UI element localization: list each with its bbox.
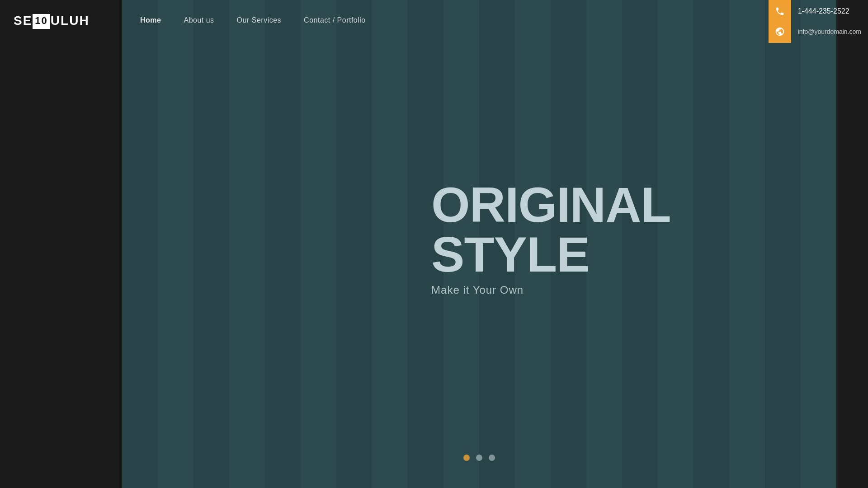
globe-icon xyxy=(775,27,785,37)
hero-subtitle: Make it Your Own xyxy=(431,284,671,296)
stripe-2 xyxy=(158,0,193,488)
logo-se: SE xyxy=(14,14,32,28)
nav-link-about[interactable]: About us xyxy=(184,16,214,24)
stripe-4 xyxy=(229,0,265,488)
logo-10: 10 xyxy=(33,14,50,28)
stripe-1 xyxy=(122,0,158,488)
nav-links: Home About us Our Services Contact / Por… xyxy=(140,16,366,24)
nav-item-services[interactable]: Our Services xyxy=(237,16,281,24)
phone-bar xyxy=(769,0,791,23)
nav-item-contact[interactable]: Contact / Portfolio xyxy=(304,16,366,24)
carousel-dots xyxy=(463,455,495,461)
carousel-dot-1[interactable] xyxy=(463,455,470,461)
stripe-18 xyxy=(729,0,765,488)
hero-content: ORIGINAL STYLE Make it Your Own xyxy=(431,180,671,296)
contact-panel: 1-444-235-2522 info@yourdomain.com xyxy=(769,0,868,41)
right-sidebar: 1-444-235-2522 info@yourdomain.com xyxy=(836,0,868,488)
phone-number: 1-444-235-2522 xyxy=(798,7,849,15)
stripe-7 xyxy=(336,0,372,488)
stripe-20 xyxy=(801,0,836,488)
logo[interactable]: SE10ULUH xyxy=(14,14,90,28)
email-row: info@yourdomain.com xyxy=(769,23,868,41)
phone-row: 1-444-235-2522 xyxy=(769,0,868,23)
email-address: info@yourdomain.com xyxy=(798,28,861,35)
phone-icon xyxy=(775,6,785,16)
stripe-17 xyxy=(693,0,729,488)
carousel-dot-3[interactable] xyxy=(489,455,495,461)
nav-item-home[interactable]: Home xyxy=(140,16,161,24)
nav-item-about[interactable]: About us xyxy=(184,16,214,24)
stripe-3 xyxy=(193,0,229,488)
nav-link-home[interactable]: Home xyxy=(140,16,161,24)
nav-link-contact[interactable]: Contact / Portfolio xyxy=(304,16,366,24)
stripe-8 xyxy=(372,0,408,488)
globe-bar xyxy=(769,20,791,43)
hero-title: ORIGINAL STYLE xyxy=(431,180,671,279)
stripe-6 xyxy=(301,0,336,488)
hero-title-line1: ORIGINAL xyxy=(431,180,671,230)
logo-uluh: ULUH xyxy=(51,14,90,28)
left-sidebar: SE10ULUH xyxy=(0,0,122,488)
stripe-19 xyxy=(765,0,801,488)
carousel-dot-2[interactable] xyxy=(476,455,482,461)
main-content: Home About us Our Services Contact / Por… xyxy=(122,0,836,488)
nav-link-services[interactable]: Our Services xyxy=(237,16,281,24)
hero-title-line2: STYLE xyxy=(431,230,671,279)
navbar: Home About us Our Services Contact / Por… xyxy=(122,0,836,41)
phone-number-container: 1-444-235-2522 xyxy=(791,0,856,23)
email-container: info@yourdomain.com xyxy=(791,20,868,43)
stripe-5 xyxy=(265,0,301,488)
